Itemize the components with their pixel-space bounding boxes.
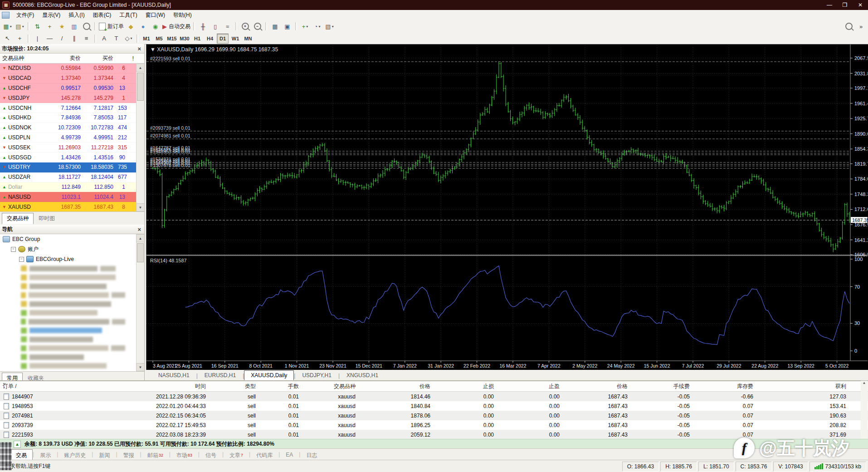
col-ask[interactable]: 买价 — [83, 54, 116, 62]
indicators-button[interactable]: +▾ — [299, 21, 311, 32]
periods-button[interactable]: ◔▾ — [312, 21, 323, 32]
timeframe-M1[interactable]: M1 — [141, 34, 152, 44]
menu-item-3[interactable]: 图表(C) — [89, 10, 116, 20]
market-row-USDCAD[interactable]: ▼USDCAD1.373401.373444 — [0, 74, 144, 84]
new-order-button[interactable]: 新订单 — [98, 21, 124, 32]
market-row-USDHKD[interactable]: ▲USDHKD7.849367.85053117 — [0, 113, 144, 123]
market-watch-scrollbar[interactable]: ▲ ▼ — [136, 64, 144, 211]
market-row-NASUSD[interactable]: ▲NASUSD11023.111024.413 — [0, 192, 144, 202]
order-row-2074981[interactable]: 20749812022.02.15 06:34:05sell0.01xauusd… — [0, 411, 868, 420]
market-row-USDPLN[interactable]: ▲USDPLN4.997394.99951212 — [0, 133, 144, 143]
chart-tab-XNGUSD,H1[interactable]: XNGUSD,H1 — [340, 370, 385, 380]
scroll-up-icon[interactable]: ▲ — [136, 234, 144, 242]
timeframe-M5[interactable]: M5 — [153, 34, 165, 44]
close-button[interactable]: ✕ — [853, 0, 868, 10]
tile-windows-button[interactable]: ▦ — [269, 21, 281, 32]
orders-col-9[interactable]: 手续费 — [630, 383, 692, 390]
col-bid[interactable]: 卖价 — [44, 54, 83, 62]
toolbar-overflow-button[interactable]: » — [855, 21, 867, 32]
timeframe-W1[interactable]: W1 — [229, 34, 241, 44]
orders-col-10[interactable]: 库存费 — [692, 383, 756, 390]
text-label-tool-button[interactable]: T — [111, 33, 122, 44]
terminal-close-icon[interactable]: × — [1, 381, 8, 388]
zoom-out-button[interactable]: − — [252, 21, 263, 32]
data-window-toggle-button[interactable]: + — [44, 21, 55, 32]
templates-button[interactable]: ▧▾ — [324, 21, 335, 32]
orders-col-6[interactable]: 止损 — [433, 383, 497, 390]
equidistant-channel-tool-button[interactable]: ∥ — [68, 33, 80, 44]
arrows-tool-button[interactable]: ◇▾ — [123, 33, 134, 44]
text-tool-button[interactable]: A — [98, 33, 110, 44]
terminal-tab-EA[interactable]: EA — [280, 449, 299, 460]
chart-window-icon[interactable] — [2, 12, 10, 19]
timeframe-D1[interactable]: D1 — [217, 34, 229, 44]
chart-window[interactable]: #2221593 sell 0.01#2093739 sell 0.01#207… — [146, 44, 868, 370]
metaeditor-button[interactable]: ◆ — [125, 21, 137, 32]
orders-col-3[interactable]: 手数 — [258, 383, 302, 390]
scroll-up-icon[interactable]: ▲ — [863, 381, 866, 385]
collapse-icon[interactable]: − — [11, 247, 16, 252]
cascade-windows-button[interactable]: ▣ — [282, 21, 293, 32]
orders-col-7[interactable]: 止盈 — [497, 383, 562, 390]
timeframe-MN[interactable]: MN — [242, 34, 254, 44]
tab-交易品种[interactable]: 交易品种 — [2, 213, 34, 224]
horizontal-line-tool-button[interactable]: — — [44, 33, 55, 44]
navigator-scrollbar[interactable]: ▲ ▼ — [136, 234, 144, 371]
col-symbol[interactable]: 交易品种 — [0, 54, 44, 62]
market-row-USDZAR[interactable]: ▲USDZAR18.1172718.12404677 — [0, 172, 144, 182]
tab-即时图[interactable]: 即时图 — [34, 213, 60, 224]
order-row-1948953[interactable]: 19489532022.01.20 04:44:33sell0.01xauusd… — [0, 401, 868, 411]
col-spread[interactable]: ! — [116, 55, 136, 62]
minimize-button[interactable]: — — [822, 0, 837, 10]
vertical-line-tool-button[interactable]: | — [32, 33, 43, 44]
chart-tab-EURUSD,H1[interactable]: EURUSD,H1 — [198, 370, 243, 380]
collapse-icon[interactable]: − — [19, 257, 24, 262]
nav-item-账户[interactable]: −账户 — [0, 244, 144, 254]
nav-item-EBCGroup-Live[interactable]: −EBCGroup-Live — [0, 254, 144, 264]
market-row-NZDUSD[interactable]: ▼NZDUSD0.559840.559906 — [0, 64, 144, 74]
chart-tab-NASUSD,H1[interactable]: NASUSD,H1 — [151, 370, 196, 380]
market-watch-close-icon[interactable]: × — [136, 45, 142, 52]
orders-col-11[interactable]: 获利 — [756, 383, 849, 390]
scroll-up-icon[interactable]: ▲ — [136, 64, 144, 72]
menu-item-4[interactable]: 工具(T) — [115, 10, 141, 20]
order-row-1844907[interactable]: 18449072021.12.28 09:36:39sell0.01xauusd… — [0, 392, 868, 401]
orders-col-2[interactable]: 类型 — [209, 383, 258, 390]
market-row-USDCNH[interactable]: ▲USDCNH7.126647.12817153 — [0, 103, 144, 113]
menu-item-6[interactable]: 帮助(H) — [169, 10, 196, 20]
profiles-button[interactable]: ▤▾ — [14, 21, 25, 32]
scroll-down-icon[interactable]: ▼ — [136, 203, 144, 211]
trendline-tool-button[interactable]: / — [56, 33, 68, 44]
chart-canvas[interactable]: #2221593 sell 0.01#2093739 sell 0.01#207… — [146, 44, 868, 369]
scroll-thumb[interactable] — [137, 243, 144, 262]
autotrading-button[interactable]: ▶自动交易 — [162, 21, 191, 32]
terminal-scrollbar[interactable]: ▲ ▼ — [861, 381, 868, 447]
chart-tab-XAUUSD,Daily[interactable]: XAUUSD,Daily — [244, 370, 294, 380]
strategy-tester-toggle-button[interactable] — [81, 21, 92, 32]
market-row-Dollar[interactable]: ▲Dollar112.849112.8501 — [0, 182, 144, 192]
zoom-in-button[interactable]: + — [239, 21, 251, 32]
order-row-2221593[interactable]: 22215932022.03.08 18:23:39sell0.01xauusd… — [0, 430, 868, 439]
orders-col-4[interactable]: 交易品种 — [302, 383, 358, 390]
cursor-tool-button[interactable]: ↖ — [2, 33, 13, 44]
scroll-down-icon[interactable]: ▼ — [136, 363, 144, 371]
menu-item-2[interactable]: 插入(I) — [64, 10, 88, 20]
chart-tab-USDJPY,H1[interactable]: USDJPY,H1 — [295, 370, 338, 380]
market-row-USDCHF[interactable]: ▲USDCHF0.995170.9953013 — [0, 84, 144, 93]
market-row-USDJPY[interactable]: ▼USDJPY145.278145.2791 — [0, 93, 144, 103]
terminal-toggle-button[interactable]: ▥ — [68, 21, 80, 32]
orders-col-0[interactable]: 订单 / — [0, 383, 136, 390]
market-watch-toggle-button[interactable]: ⇅ — [32, 21, 43, 32]
navigator-toggle-button[interactable]: ★ — [56, 21, 68, 32]
orders-col-5[interactable]: 价格 — [358, 383, 433, 390]
chart-candles-button[interactable]: ▯ — [210, 21, 221, 32]
fibonacci-tool-button[interactable]: ≡ — [81, 33, 92, 44]
market-row-USDSGD[interactable]: ▲USDSGD1.434261.4351690 — [0, 152, 144, 162]
nav-item-EBC-Group[interactable]: EBC Group — [0, 234, 144, 244]
mql5-community-button[interactable]: ● — [137, 21, 149, 32]
toolbar-search-button[interactable] — [843, 21, 854, 32]
restore-button[interactable]: ❐ — [837, 0, 853, 10]
orders-col-8[interactable]: 价格 — [562, 383, 630, 390]
crosshair-tool-button[interactable]: + — [14, 33, 25, 44]
order-row-2093739[interactable]: 20937392022.02.17 15:49:53sell0.01xauusd… — [0, 420, 868, 430]
